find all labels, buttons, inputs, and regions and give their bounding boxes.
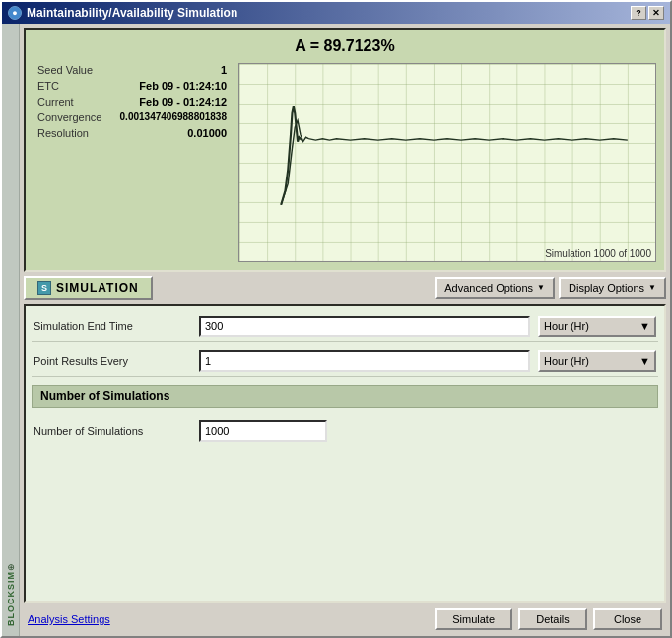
sim-end-time-input[interactable] bbox=[199, 316, 530, 337]
num-simulations-input[interactable] bbox=[199, 420, 327, 442]
point-results-unit-arrow: ▼ bbox=[639, 355, 650, 367]
sim-end-time-row: Simulation End Time Hour (Hr) ▼ bbox=[32, 312, 658, 342]
analysis-settings-link[interactable]: Analysis Settings bbox=[28, 613, 110, 625]
titlebar: ● Maintainability/Availability Simulatio… bbox=[2, 2, 670, 24]
point-results-label: Point Results Every bbox=[34, 355, 191, 367]
chart-svg bbox=[239, 64, 655, 261]
left-sidebar: ⊕ BLOCKSIM bbox=[2, 24, 20, 636]
num-simulations-row: Number of Simulations bbox=[32, 412, 658, 450]
sidebar-label: BLOCKSIM bbox=[6, 571, 16, 626]
close-button[interactable]: Close bbox=[593, 608, 662, 630]
stat-label-etc: ETC bbox=[37, 80, 59, 92]
bottom-buttons: Simulate Details Close bbox=[435, 608, 662, 630]
sim-end-time-label: Simulation End Time bbox=[34, 320, 191, 332]
chart-simulation-label: Simulation 1000 of 1000 bbox=[545, 248, 651, 259]
stat-value-seed: 1 bbox=[221, 64, 227, 76]
stats-panel: Seed Value 1 ETC Feb 09 - 01:24:10 Curre… bbox=[34, 63, 231, 262]
stat-value-current: Feb 09 - 01:24:12 bbox=[139, 96, 227, 107]
close-window-button[interactable]: ✕ bbox=[648, 6, 664, 20]
svg-rect-1 bbox=[239, 64, 655, 261]
main-body: ⊕ BLOCKSIM A = 89.7123% Seed Value 1 ETC bbox=[2, 24, 670, 636]
point-results-row: Point Results Every Hour (Hr) ▼ bbox=[32, 346, 658, 377]
simulation-tab[interactable]: S SIMULATION bbox=[24, 276, 153, 300]
stat-value-convergence: 0.001347406988801838 bbox=[120, 111, 227, 123]
stat-row-etc: ETC Feb 09 - 01:24:10 bbox=[34, 79, 231, 93]
stat-row-convergence: Convergence 0.001347406988801838 bbox=[34, 110, 231, 124]
point-results-unit-label: Hour (Hr) bbox=[544, 355, 589, 367]
main-window: ● Maintainability/Availability Simulatio… bbox=[0, 0, 672, 638]
display-options-button[interactable]: Display Options ▼ bbox=[559, 277, 666, 299]
chart-area: Simulation 1000 of 1000 bbox=[238, 63, 656, 262]
sim-tab-label: SIMULATION bbox=[56, 281, 139, 295]
stat-row-seed: Seed Value 1 bbox=[34, 63, 231, 77]
simulate-button[interactable]: Simulate bbox=[435, 608, 512, 630]
bottom-bar: Analysis Settings Simulate Details Close bbox=[24, 606, 666, 632]
advanced-options-label: Advanced Options bbox=[444, 282, 533, 294]
stat-row-resolution: Resolution 0.01000 bbox=[34, 126, 231, 140]
display-options-label: Display Options bbox=[569, 282, 644, 294]
sidebar-logo: ⊕ bbox=[6, 563, 16, 571]
tab-row: S SIMULATION Advanced Options ▼ Display … bbox=[24, 276, 666, 300]
app-icon: ● bbox=[8, 6, 22, 20]
stat-label-current: Current bbox=[37, 96, 74, 107]
titlebar-left: ● Maintainability/Availability Simulatio… bbox=[8, 6, 237, 20]
num-simulations-label: Number of Simulations bbox=[34, 425, 191, 437]
point-results-input[interactable] bbox=[199, 350, 530, 372]
point-results-unit-dropdown[interactable]: Hour (Hr) ▼ bbox=[538, 350, 656, 372]
stat-row-current: Current Feb 09 - 01:24:12 bbox=[34, 95, 231, 108]
sim-end-time-unit-arrow: ▼ bbox=[639, 320, 650, 332]
display-panel: A = 89.7123% Seed Value 1 ETC Feb 09 - 0… bbox=[24, 28, 666, 272]
num-simulations-header: Number of Simulations bbox=[32, 385, 658, 408]
stat-value-resolution: 0.01000 bbox=[187, 127, 227, 139]
sim-end-time-unit-dropdown[interactable]: Hour (Hr) ▼ bbox=[538, 316, 656, 337]
right-content: A = 89.7123% Seed Value 1 ETC Feb 09 - 0… bbox=[20, 24, 670, 636]
sim-tab-icon: S bbox=[37, 281, 51, 295]
display-options-arrow: ▼ bbox=[648, 283, 656, 292]
window-controls: ? ✕ bbox=[631, 6, 664, 20]
window-title: Maintainability/Availability Simulation bbox=[27, 6, 237, 20]
sim-end-time-unit-label: Hour (Hr) bbox=[544, 320, 589, 332]
advanced-options-arrow: ▼ bbox=[537, 283, 545, 292]
availability-title: A = 89.7123% bbox=[34, 37, 656, 55]
stat-label-seed: Seed Value bbox=[37, 64, 93, 76]
advanced-options-button[interactable]: Advanced Options ▼ bbox=[435, 277, 555, 299]
help-button[interactable]: ? bbox=[631, 6, 646, 20]
stat-value-etc: Feb 09 - 01:24:10 bbox=[139, 80, 227, 92]
form-area: Simulation End Time Hour (Hr) ▼ Point Re… bbox=[24, 304, 666, 603]
stat-label-resolution: Resolution bbox=[37, 127, 89, 139]
stat-label-convergence: Convergence bbox=[37, 111, 101, 123]
display-body: Seed Value 1 ETC Feb 09 - 01:24:10 Curre… bbox=[34, 63, 656, 262]
details-button[interactable]: Details bbox=[518, 608, 587, 630]
